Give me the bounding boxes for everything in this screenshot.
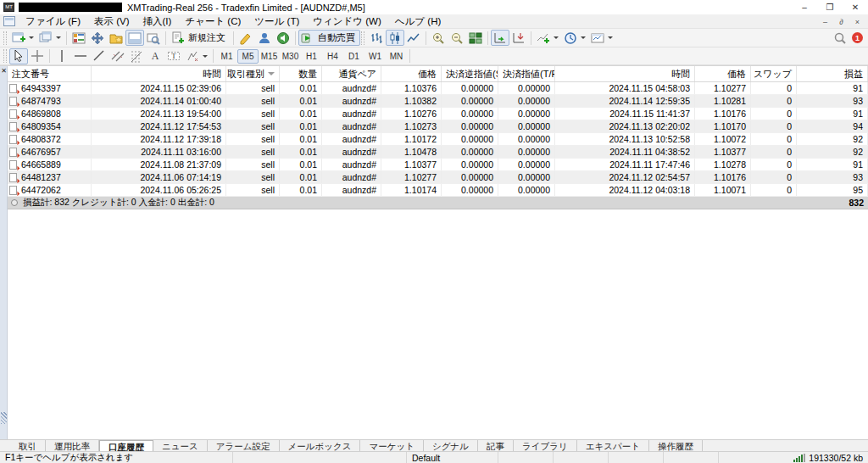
- column-header-type[interactable]: 取引種別: [226, 66, 280, 81]
- menu-item[interactable]: ウィンドウ (W): [306, 14, 388, 30]
- timeframe-button[interactable]: M15: [259, 49, 280, 64]
- mdi-minimize-button[interactable]: –: [818, 16, 832, 27]
- candlestick-chart-button[interactable]: [386, 30, 404, 46]
- zoom-in-button[interactable]: [429, 30, 448, 46]
- column-header-order[interactable]: 注文番号: [8, 66, 92, 81]
- new-chart-button[interactable]: [9, 30, 36, 46]
- column-header-tp[interactable]: 決済指値(T/P): [498, 66, 555, 81]
- toolbar-grip[interactable]: [361, 31, 364, 45]
- chart-shift-button[interactable]: [509, 30, 528, 46]
- metaeditor-button[interactable]: [236, 30, 255, 46]
- autotrading-button[interactable]: 自動売買: [298, 30, 360, 46]
- menu-item[interactable]: 表示 (V): [87, 14, 136, 30]
- terminal-tab[interactable]: 口座履歴: [99, 440, 153, 451]
- timeframe-button[interactable]: MN: [386, 49, 407, 64]
- column-header-profit[interactable]: 損益: [797, 66, 868, 81]
- timeframe-button[interactable]: H1: [301, 49, 322, 64]
- type-cell: sell: [226, 95, 280, 107]
- menu-item[interactable]: チャート (C): [178, 14, 248, 30]
- status-profile[interactable]: Default: [407, 452, 498, 463]
- fibonacci-button[interactable]: [127, 48, 146, 64]
- restore-button[interactable]: ❐: [817, 0, 843, 14]
- notification-badge[interactable]: 1: [852, 32, 863, 43]
- terminal-tab[interactable]: 記事: [478, 440, 514, 451]
- text-label-button[interactable]: T: [164, 48, 183, 64]
- terminal-tab[interactable]: ライブラリ: [514, 440, 577, 451]
- zoom-out-button[interactable]: [448, 30, 466, 46]
- minimize-button[interactable]: –: [792, 0, 817, 14]
- terminal-tab[interactable]: シグナル: [424, 440, 478, 451]
- terminal-tab[interactable]: ニュース: [153, 440, 208, 451]
- search-icon[interactable]: [833, 31, 847, 45]
- channel-button[interactable]: [108, 48, 127, 64]
- timeframe-button[interactable]: W1: [364, 49, 386, 64]
- tile-windows-button[interactable]: [466, 30, 485, 46]
- navigator-button[interactable]: [107, 30, 125, 46]
- data-window-button[interactable]: [88, 30, 107, 46]
- table-row[interactable]: 64869808 2024.11.13 19:54:00 sell 0.01 a…: [8, 108, 868, 120]
- indicators-button[interactable]: [534, 30, 561, 46]
- column-header-swap[interactable]: スワップ: [751, 66, 797, 81]
- table-row[interactable]: 64808372 2024.11.12 17:39:18 sell 0.01 a…: [8, 133, 868, 146]
- panel-close-icon[interactable]: ✕: [0, 67, 8, 75]
- vertical-line-button[interactable]: [53, 48, 71, 64]
- menu-item[interactable]: ツール (T): [248, 14, 306, 30]
- terminal-tab[interactable]: 取引: [10, 440, 46, 451]
- market-watch-button[interactable]: [70, 30, 88, 46]
- timeframe-button[interactable]: M5: [237, 49, 259, 64]
- mdi-restore-button[interactable]: ∂: [834, 16, 849, 27]
- terminal-tab[interactable]: 運用比率: [46, 440, 99, 451]
- column-header-open-time[interactable]: 時間: [92, 66, 226, 81]
- auto-scroll-button[interactable]: [491, 30, 509, 46]
- column-header-sl[interactable]: 決済逆指値(S...: [442, 66, 498, 81]
- sounds-button[interactable]: [274, 30, 292, 46]
- new-order-button[interactable]: 新規注文: [169, 30, 231, 46]
- toolbar-grip[interactable]: [3, 31, 7, 45]
- chart-window-icon[interactable]: [3, 16, 15, 26]
- timeframe-button[interactable]: H4: [322, 49, 343, 64]
- column-header-symbol[interactable]: 通貨ペア: [322, 66, 381, 81]
- table-row[interactable]: 64809354 2024.11.12 17:54:53 sell 0.01 a…: [8, 120, 868, 133]
- panel-handle-icon[interactable]: [1, 412, 7, 424]
- close-button[interactable]: ✕: [843, 0, 868, 14]
- column-header-volume[interactable]: 数量: [280, 66, 322, 81]
- table-row[interactable]: 64676957 2024.11.11 03:16:00 sell 0.01 a…: [8, 146, 868, 159]
- menu-item[interactable]: 挿入(I): [136, 14, 179, 30]
- terminal-tab[interactable]: メールボックス: [280, 440, 361, 451]
- horizontal-line-button[interactable]: [71, 48, 90, 64]
- menu-item[interactable]: ファイル (F): [19, 14, 87, 30]
- table-row[interactable]: 64874793 2024.11.14 01:00:40 sell 0.01 a…: [8, 95, 868, 108]
- timeframe-button[interactable]: M1: [216, 49, 237, 64]
- bar-chart-button[interactable]: [367, 30, 386, 46]
- terminal-button[interactable]: [125, 30, 144, 46]
- table-row[interactable]: 64472062 2024.11.06 05:26:25 sell 0.01 a…: [8, 184, 868, 197]
- trendline-button[interactable]: [90, 48, 108, 64]
- table-row[interactable]: 64943397 2024.11.15 02:39:06 sell 0.01 a…: [8, 82, 868, 95]
- mdi-close-button[interactable]: ×: [850, 16, 865, 27]
- terminal-tab[interactable]: 操作履歴: [649, 440, 703, 451]
- text-button[interactable]: A: [146, 48, 164, 64]
- cursor-button[interactable]: [9, 48, 28, 64]
- terminal-tab[interactable]: マーケット: [360, 440, 423, 451]
- column-header-close-time[interactable]: 時間: [555, 66, 695, 81]
- templates-button[interactable]: [588, 30, 615, 46]
- shapes-button[interactable]: [183, 48, 210, 64]
- table-row[interactable]: 64665889 2024.11.08 21:37:09 sell 0.01 a…: [8, 159, 868, 171]
- menu-item[interactable]: ヘルプ (H): [388, 14, 448, 30]
- crosshair-button[interactable]: [28, 48, 47, 64]
- table-row[interactable]: 64481237 2024.11.06 07:14:19 sell 0.01 a…: [8, 171, 868, 184]
- timeframe-button[interactable]: M30: [280, 49, 301, 64]
- terminal-tab[interactable]: エキスパート: [577, 440, 649, 451]
- periods-button[interactable]: [561, 30, 588, 46]
- timeframe-button[interactable]: D1: [343, 49, 364, 64]
- open-time-cell: 2024.11.13 19:54:00: [92, 108, 226, 120]
- cursor-icon: [12, 49, 25, 63]
- toolbar-grip[interactable]: [3, 49, 7, 63]
- line-chart-button[interactable]: [404, 30, 423, 46]
- terminal-tab[interactable]: アラーム設定: [208, 440, 280, 451]
- column-header-open-price[interactable]: 価格: [381, 66, 442, 81]
- profiles-button[interactable]: [36, 30, 64, 46]
- mql5-community-button[interactable]: [255, 30, 274, 46]
- column-header-close-price[interactable]: 価格: [695, 66, 751, 81]
- strategy-tester-button[interactable]: [144, 30, 163, 46]
